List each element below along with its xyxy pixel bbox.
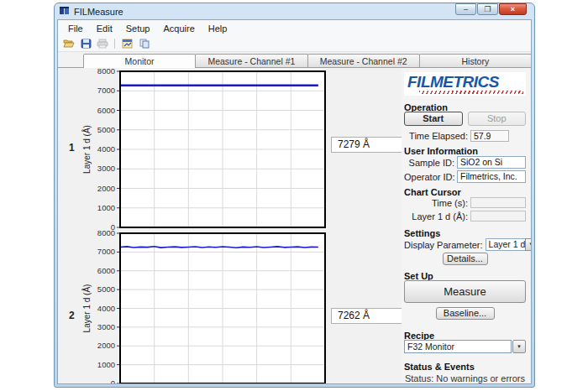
print-icon[interactable] bbox=[96, 38, 109, 50]
app-icon bbox=[60, 7, 71, 16]
cursor-layer-field bbox=[470, 211, 526, 222]
display-parameter-row: Display Parameter: Layer 1 d ▼ bbox=[404, 238, 526, 251]
filmetrics-logo: FILMETRICS bbox=[404, 72, 526, 96]
channel-2-thickness-readout: 7262 Å bbox=[331, 308, 403, 324]
svg-text:3000: 3000 bbox=[97, 322, 115, 331]
svg-text:5000: 5000 bbox=[97, 284, 115, 294]
menu-edit[interactable]: Edit bbox=[90, 23, 119, 34]
cursor-layer-label: Layer 1 d (Å): bbox=[412, 211, 468, 222]
menu-file[interactable]: File bbox=[61, 23, 90, 34]
svg-text:Layer 1 d (Å): Layer 1 d (Å) bbox=[81, 284, 92, 333]
recipe-combobox[interactable]: F32 Monitor ▼ bbox=[404, 340, 526, 353]
filmetrics-logo-hatch bbox=[419, 91, 523, 94]
channel-2-chart[interactable]: 010002000300040005000600070008000Layer 1… bbox=[81, 231, 336, 383]
maximize-button[interactable]: ❐ bbox=[477, 3, 498, 15]
control-panel: FILMETRICS Operation Start Stop Time Ela… bbox=[402, 68, 530, 383]
cursor-time-label: Time (s): bbox=[432, 198, 468, 208]
channel-1-thickness-readout: 7279 Å bbox=[331, 137, 403, 153]
user-information-header: User Information bbox=[404, 146, 526, 156]
display-parameter-label: Display Parameter: bbox=[404, 240, 483, 250]
filmetrics-logo-text: FILMETRICS bbox=[407, 74, 523, 90]
stop-button[interactable]: Stop bbox=[468, 112, 527, 126]
svg-text:8000: 8000 bbox=[97, 69, 115, 76]
time-elapsed-label: Time Elapsed: bbox=[409, 131, 468, 141]
sample-id-input[interactable]: SiO2 on Si bbox=[457, 156, 526, 169]
close-button[interactable]: × bbox=[499, 3, 527, 15]
svg-text:1000: 1000 bbox=[97, 203, 115, 212]
svg-text:7000: 7000 bbox=[97, 247, 115, 256]
details-row: Details... bbox=[404, 253, 526, 265]
operator-id-row: Operator ID: Filmetrics, Inc. bbox=[404, 170, 526, 183]
time-elapsed-field: 57.9 bbox=[470, 130, 509, 142]
monitor-page: 1 2 010002000300040005000600070008000Lay… bbox=[58, 68, 531, 383]
svg-text:2000: 2000 bbox=[97, 184, 115, 193]
window-body: File Edit Setup Acquire Help bbox=[57, 19, 532, 384]
display-parameter-value: Layer 1 d bbox=[486, 238, 526, 251]
toolbar bbox=[58, 36, 531, 52]
minimize-button[interactable]: – bbox=[455, 3, 476, 15]
desktop: { "window": { "title": "FILMeasure", "co… bbox=[0, 0, 588, 391]
cursor-time-field bbox=[470, 197, 526, 208]
operation-buttons: Start Stop bbox=[404, 112, 526, 126]
svg-text:4000: 4000 bbox=[97, 144, 115, 154]
display-parameter-combobox[interactable]: Layer 1 d ▼ bbox=[486, 238, 531, 251]
menu-acquire[interactable]: Acquire bbox=[156, 23, 201, 34]
tabstrip: Monitor Measure - Channel #1 Measure - C… bbox=[58, 52, 531, 68]
cursor-time-row: Time (s): bbox=[404, 197, 526, 208]
svg-text:Layer 1 d (Å): Layer 1 d (Å) bbox=[81, 125, 92, 174]
copy-icon[interactable] bbox=[137, 38, 150, 50]
svg-text:5000: 5000 bbox=[97, 125, 115, 134]
app-window: FILMeasure – ❐ × File Edit Setup Acquire… bbox=[54, 3, 535, 388]
svg-text:7000: 7000 bbox=[97, 86, 115, 95]
svg-text:1000: 1000 bbox=[97, 360, 115, 369]
tab-history[interactable]: History bbox=[419, 54, 532, 67]
chevron-down-icon[interactable]: ▼ bbox=[512, 340, 526, 353]
chart-cursor-header: Chart Cursor bbox=[404, 187, 526, 197]
channel-1-chart[interactable]: 010002000300040005000600070008000Layer 1… bbox=[81, 69, 336, 231]
status-text: Status: No warnings or errors bbox=[404, 373, 526, 383]
save-icon[interactable] bbox=[79, 38, 92, 50]
baseline-button[interactable]: Baseline... bbox=[436, 307, 495, 320]
svg-text:2000: 2000 bbox=[97, 341, 115, 350]
menu-setup[interactable]: Setup bbox=[119, 23, 157, 34]
svg-text:0: 0 bbox=[111, 222, 115, 231]
svg-text:4000: 4000 bbox=[97, 304, 115, 313]
measure-button[interactable]: Measure bbox=[404, 280, 526, 303]
operator-id-label: Operator ID: bbox=[404, 172, 454, 182]
svg-text:6000: 6000 bbox=[97, 266, 115, 275]
open-icon[interactable] bbox=[62, 38, 76, 50]
time-elapsed-row: Time Elapsed: 57.9 bbox=[404, 130, 526, 142]
tab-monitor[interactable]: Monitor bbox=[83, 54, 196, 68]
recipe-value: F32 Monitor bbox=[404, 340, 512, 353]
titlebar[interactable]: FILMeasure – ❐ × bbox=[57, 3, 532, 19]
svg-text:0: 0 bbox=[111, 378, 115, 383]
tab-measure-channel-2[interactable]: Measure - Channel #2 bbox=[307, 54, 420, 67]
start-button[interactable]: Start bbox=[404, 112, 463, 126]
export-icon[interactable] bbox=[120, 38, 134, 50]
status-events-header: Status & Events bbox=[404, 362, 526, 372]
svg-text:8000: 8000 bbox=[97, 231, 115, 237]
svg-text:6000: 6000 bbox=[97, 106, 115, 115]
toolbar-separator bbox=[114, 39, 115, 49]
channel-2-row-label: 2 bbox=[69, 310, 75, 321]
chevron-down-icon[interactable]: ▼ bbox=[525, 238, 531, 251]
svg-text:3000: 3000 bbox=[97, 164, 115, 173]
details-button[interactable]: Details... bbox=[443, 253, 488, 265]
window-title: FILMeasure bbox=[74, 7, 123, 17]
settings-header: Settings bbox=[404, 228, 526, 238]
baseline-row: Baseline... bbox=[404, 307, 526, 320]
menubar: File Edit Setup Acquire Help bbox=[58, 20, 531, 36]
channel-1-row-label: 1 bbox=[69, 142, 75, 154]
sample-id-label: Sample ID: bbox=[404, 158, 454, 168]
sample-id-row: Sample ID: SiO2 on Si bbox=[404, 156, 526, 169]
operator-id-input[interactable]: Filmetrics, Inc. bbox=[457, 170, 526, 183]
menu-help[interactable]: Help bbox=[202, 23, 234, 34]
cursor-layer-row: Layer 1 d (Å): bbox=[404, 211, 526, 222]
tab-measure-channel-1[interactable]: Measure - Channel #1 bbox=[195, 54, 307, 67]
